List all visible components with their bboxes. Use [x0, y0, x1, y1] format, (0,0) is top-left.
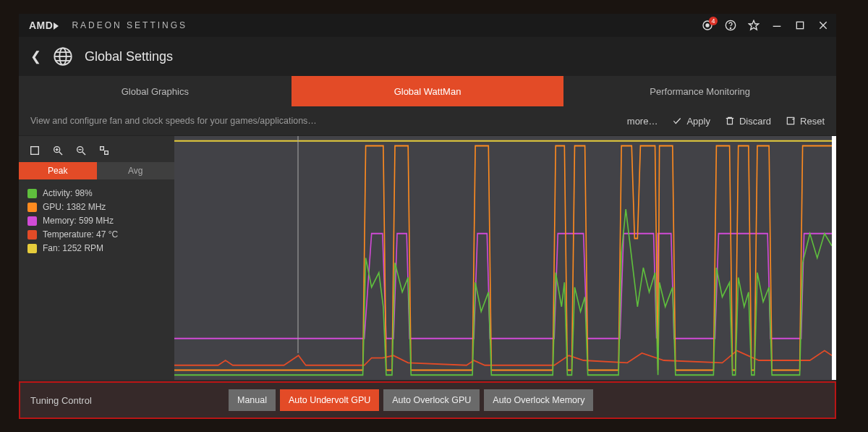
graph-canvas[interactable] — [174, 136, 836, 380]
svg-line-20 — [82, 152, 85, 155]
tuning-overclock-gpu-button[interactable]: Auto Overlock GPU — [383, 389, 480, 411]
legend-gpu: GPU: 1382 MHz — [27, 202, 166, 212]
description-text: View and configure fan and clock speeds … — [30, 116, 317, 126]
check-icon — [672, 116, 682, 126]
svg-rect-23 — [105, 151, 109, 155]
titlebar: AMD RADEON SETTINGS 4 — [19, 14, 836, 37]
reset-icon — [786, 116, 796, 126]
swatch-fan — [27, 244, 37, 253]
maximize-button[interactable] — [794, 20, 806, 31]
tuning-undervolt-button[interactable]: Auto Undervolt GPU — [280, 389, 379, 411]
swatch-gpu — [27, 203, 37, 212]
tuning-overclock-memory-button[interactable]: Auto Overlock Memory — [484, 389, 593, 411]
swatch-memory — [27, 216, 37, 226]
svg-rect-22 — [101, 147, 104, 151]
peak-button[interactable]: Peak — [19, 162, 97, 179]
svg-marker-4 — [749, 20, 758, 30]
series-gpu — [174, 145, 832, 370]
swatch-temperature — [27, 230, 37, 240]
fit-icon[interactable] — [26, 143, 43, 158]
legend-fan: Fan: 1252 RPM — [27, 243, 166, 253]
apply-button[interactable]: Apply — [672, 116, 710, 127]
description-row: View and configure fan and clock speeds … — [19, 106, 836, 135]
tuning-control-row: Tuning Control Manual Auto Undervolt GPU… — [19, 381, 836, 419]
minimize-button[interactable] — [771, 20, 783, 31]
legend-temperature: Temperature: 47 °C — [27, 229, 166, 240]
svg-rect-12 — [727, 119, 732, 124]
globe-icon — [53, 46, 73, 67]
svg-line-16 — [59, 152, 62, 155]
reset-zoom-icon[interactable] — [95, 143, 113, 158]
chart-area: Peak Avg Activity: 98% GPU: 1382 MHz Mem… — [19, 135, 836, 380]
svg-point-3 — [730, 27, 731, 28]
app-title: RADEON SETTINGS — [72, 20, 187, 30]
tab-performance-monitoring[interactable]: Performance Monitoring — [563, 76, 836, 106]
trash-icon — [725, 116, 735, 126]
tab-global-wattman[interactable]: Global WattMan — [292, 76, 564, 106]
avg-button[interactable]: Avg — [97, 162, 175, 179]
content: Peak Avg Activity: 98% GPU: 1382 MHz Mem… — [19, 135, 836, 419]
more-link[interactable]: more… — [627, 116, 658, 127]
back-button[interactable]: ❮ — [30, 48, 41, 64]
close-button[interactable] — [817, 20, 829, 31]
page-header: ❮ Global Settings — [19, 37, 836, 76]
series-memory — [174, 234, 832, 339]
zoom-out-icon[interactable] — [72, 143, 90, 158]
svg-rect-6 — [796, 22, 803, 28]
brand-logo: AMD — [29, 20, 59, 31]
svg-point-1 — [706, 24, 709, 27]
reset-button[interactable]: Reset — [786, 116, 825, 127]
page-title: Global Settings — [85, 49, 173, 64]
tuning-manual-button[interactable]: Manual — [229, 389, 276, 411]
discard-button[interactable]: Discard — [725, 116, 771, 127]
app-window: AMD RADEON SETTINGS 4 — [19, 14, 836, 419]
help-icon[interactable] — [725, 20, 736, 31]
tuning-label: Tuning Control — [29, 395, 217, 406]
star-icon[interactable] — [748, 20, 760, 31]
svg-rect-13 — [787, 117, 793, 124]
tab-global-graphics[interactable]: Global Graphics — [19, 76, 292, 106]
legend-panel: Peak Avg Activity: 98% GPU: 1382 MHz Mem… — [19, 136, 174, 380]
peak-avg-toggle: Peak Avg — [19, 162, 174, 179]
legend-activity: Activity: 98% — [27, 188, 166, 198]
tabs: Global Graphics Global WattMan Performan… — [19, 76, 836, 106]
notifications-icon[interactable]: 4 — [702, 20, 713, 31]
notification-badge: 4 — [709, 17, 718, 25]
series-temperature — [174, 351, 832, 365]
time-cursor — [297, 136, 299, 380]
svg-rect-14 — [31, 147, 39, 155]
zoom-in-icon[interactable] — [49, 143, 67, 158]
swatch-activity — [27, 189, 37, 198]
legend-memory: Memory: 599 MHz — [27, 216, 166, 226]
